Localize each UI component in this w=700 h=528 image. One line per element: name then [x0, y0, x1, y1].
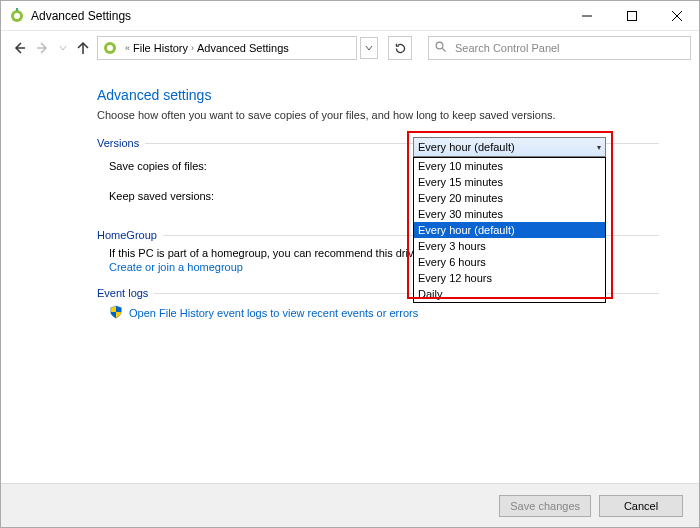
- dropdown-option[interactable]: Every 20 minutes: [414, 190, 605, 206]
- page-description: Choose how often you want to save copies…: [97, 109, 659, 121]
- keep-versions-label: Keep saved versions:: [109, 190, 389, 202]
- svg-point-1: [14, 13, 20, 19]
- back-button[interactable]: [9, 38, 29, 58]
- chevron-right-icon: ›: [188, 43, 197, 53]
- dropdown-option[interactable]: Every 3 hours: [414, 238, 605, 254]
- dropdown-option[interactable]: Every 6 hours: [414, 254, 605, 270]
- save-frequency-combo[interactable]: Every hour (default) ▾: [413, 137, 606, 157]
- minimize-button[interactable]: [564, 1, 609, 31]
- up-button[interactable]: [73, 38, 93, 58]
- forward-button: [33, 38, 53, 58]
- search-placeholder: Search Control Panel: [455, 42, 560, 54]
- dropdown-option[interactable]: Every 12 hours: [414, 270, 605, 286]
- save-changes-button[interactable]: Save changes: [499, 495, 591, 517]
- close-button[interactable]: [654, 1, 699, 31]
- eventlogs-link[interactable]: Open File History event logs to view rec…: [129, 307, 418, 319]
- save-copies-label: Save copies of files:: [109, 160, 389, 172]
- dropdown-option[interactable]: Daily: [414, 286, 605, 302]
- section-homegroup-label: HomeGroup: [97, 229, 157, 241]
- svg-point-12: [436, 42, 443, 49]
- shield-icon: [109, 305, 123, 321]
- nav-row: « File History › Advanced Settings Searc…: [1, 31, 699, 67]
- homegroup-link[interactable]: Create or join a homegroup: [109, 261, 243, 273]
- maximize-button[interactable]: [609, 1, 654, 31]
- svg-rect-4: [627, 11, 636, 20]
- window-title: Advanced Settings: [31, 9, 131, 23]
- page-title: Advanced settings: [97, 87, 659, 103]
- breadcrumb-current[interactable]: Advanced Settings: [197, 42, 289, 54]
- svg-point-11: [107, 45, 113, 51]
- search-input[interactable]: Search Control Panel: [428, 36, 691, 60]
- section-versions-label: Versions: [97, 137, 139, 149]
- svg-rect-2: [16, 8, 18, 11]
- folder-icon: [102, 40, 118, 56]
- svg-line-13: [443, 49, 446, 52]
- breadcrumb-parent[interactable]: File History: [133, 42, 188, 54]
- section-eventlogs-label: Event logs: [97, 287, 148, 299]
- dropdown-option[interactable]: Every 30 minutes: [414, 206, 605, 222]
- recent-dropdown-button[interactable]: [57, 38, 69, 58]
- cancel-button[interactable]: Cancel: [599, 495, 683, 517]
- dropdown-option[interactable]: Every 10 minutes: [414, 158, 605, 174]
- chevron-left-icon: «: [122, 43, 133, 53]
- address-dropdown-button[interactable]: [360, 37, 378, 59]
- dropdown-option-selected[interactable]: Every hour (default): [414, 222, 605, 238]
- save-frequency-dropdown: Every 10 minutes Every 15 minutes Every …: [413, 157, 606, 303]
- titlebar: Advanced Settings: [1, 1, 699, 31]
- window: Advanced Settings « File: [0, 0, 700, 528]
- control-panel-icon: [9, 8, 25, 24]
- combo-selected-value: Every hour (default): [418, 141, 597, 153]
- button-bar: Save changes Cancel: [1, 483, 699, 527]
- chevron-down-icon: ▾: [597, 143, 601, 152]
- address-bar[interactable]: « File History › Advanced Settings: [97, 36, 357, 60]
- search-icon: [435, 41, 447, 55]
- dropdown-option[interactable]: Every 15 minutes: [414, 174, 605, 190]
- refresh-button[interactable]: [388, 36, 412, 60]
